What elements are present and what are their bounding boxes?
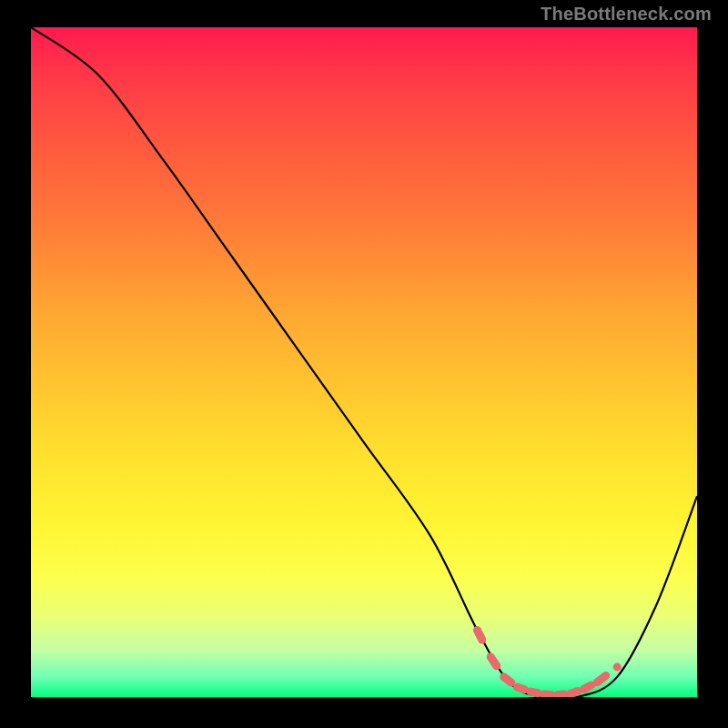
chart-svg: [31, 27, 697, 697]
attribution-text: TheBottleneck.com: [541, 4, 712, 25]
optimal-marker: [504, 677, 511, 682]
optimal-range-markers: [477, 630, 621, 694]
optimal-marker: [531, 692, 538, 693]
chart-plot-area: [31, 27, 697, 697]
optimal-marker: [571, 692, 578, 694]
optimal-marker: [557, 694, 564, 695]
optimal-marker: [517, 687, 524, 690]
optimal-marker: [597, 676, 606, 682]
optimal-marker: [477, 630, 481, 640]
bottleneck-curve-line: [31, 27, 697, 697]
optimal-marker: [613, 662, 622, 671]
optimal-marker: [490, 657, 497, 666]
optimal-marker: [584, 685, 592, 689]
